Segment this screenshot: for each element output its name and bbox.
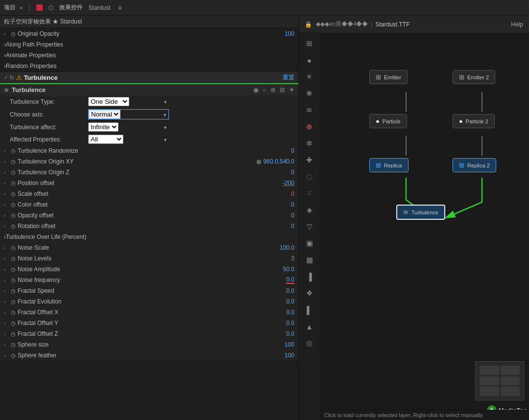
original-opacity-row[interactable]: › ◷ Original Opacity 100 [0, 28, 298, 39]
fractal-offset-z-row[interactable]: › ◷ Fractal Offset Z 0.0 [0, 328, 298, 339]
header-icon-3[interactable]: ⊕ [270, 86, 276, 93]
arrow-icon: › [4, 299, 9, 304]
header-icon-5[interactable]: ✦ [289, 86, 294, 93]
sphere-size-row[interactable]: › ◷ Sphere size 100 [0, 339, 298, 350]
turbulence-node-label: Turbulence [411, 210, 438, 215]
dotted-toolbar-btn[interactable]: ◌ [302, 169, 317, 184]
turbulence-section: ≋ Turbulence ◉ ○ ⊕ ⊞ ✦ Turbulence Type: [0, 84, 298, 361]
affected-properties-row: Affected Properties: All Position Scale … [0, 133, 298, 145]
plus-toolbar-btn[interactable]: ✚ [302, 153, 317, 167]
node-graph-canvas: ⊞ Emitter ⊞ Emitter 2 ● Particle [320, 33, 529, 420]
particle-node[interactable]: ● Particle [369, 114, 407, 128]
noise-scale-row[interactable]: › ◷ Noise Scale 100.0 [0, 242, 298, 253]
affected-properties-select-wrap[interactable]: All Position Scale Rotation [88, 135, 169, 144]
bottom-status-bar: Click to load currently selected layer, … [320, 410, 529, 420]
target-toolbar-btn[interactable]: ⊕ [302, 119, 317, 134]
tri-up-toolbar-btn[interactable]: ▲ [302, 319, 317, 334]
thumb-cell [480, 366, 499, 375]
header-icon-4[interactable]: ⊞ [280, 86, 285, 93]
turbulence-randomize-row[interactable]: › ◷ Turbulence Randomize 0 [0, 145, 298, 156]
bar-toolbar-btn[interactable]: ▌ [302, 303, 317, 317]
choose-axis-select[interactable]: Normal X Y Z [89, 110, 120, 119]
turbulence-affect-select-wrap[interactable]: Infinite Finite [88, 122, 169, 132]
replica-node-label: Replica [384, 163, 402, 168]
over-life-row[interactable]: › Turbulence Over Life (Percent) [0, 232, 298, 242]
arrow-icon: › [4, 181, 9, 186]
stardust-label: Stardust [89, 4, 111, 11]
crosshair-icon: ⊕ [256, 158, 262, 165]
wave-toolbar-btn[interactable]: ≋ [302, 103, 317, 117]
header-icon-1[interactable]: ◉ [253, 86, 259, 93]
along-path-label: Along Path Properties [6, 41, 63, 48]
stopwatch-icon: ◷ [11, 320, 16, 327]
deco-toolbar-btn[interactable]: ❖ [302, 286, 317, 301]
help-button[interactable]: Help [511, 21, 523, 28]
noise-frequency-row[interactable]: › ◷ Noise frequency 0.0 [0, 275, 298, 285]
turbulence-node-icon: ≋ [403, 209, 409, 216]
turbulence-effect-name: Turbulence [24, 74, 283, 81]
along-path-row[interactable]: › Along Path Properties [0, 39, 298, 50]
turbulence-type-select[interactable]: One Side Two Sides None [88, 97, 129, 106]
fractal-speed-row[interactable]: › ◷ Fractal Speed 0.0 [0, 285, 298, 296]
affected-properties-select[interactable]: All Position Scale Rotation [88, 135, 123, 144]
rotation-offset-row[interactable]: › ◷ Rotation offset 0 [0, 221, 298, 232]
thumb-cell [501, 387, 520, 396]
position-offset-row[interactable]: › ◷ Position offset -200 [0, 178, 298, 188]
arrow-icon: › [4, 213, 9, 218]
lock-icon: 🔒 [305, 21, 312, 28]
choose-axis-select-wrap[interactable]: Normal X Y Z [88, 109, 169, 119]
header-icon-2[interactable]: ○ [263, 86, 266, 93]
particle2-node[interactable]: ● Particle 2 [453, 114, 495, 128]
fx-row: ✓ fx ⚠ Turbulence 重置 [0, 71, 298, 84]
diamond-toolbar-btn[interactable]: ◈ [302, 203, 317, 217]
fractal-offset-x-row[interactable]: › ◷ Fractal Offset X 0.0 [0, 307, 298, 318]
replica2-node-label: Replica 2 [467, 163, 490, 168]
turbulence-node[interactable]: ≋ Turbulence [396, 205, 445, 220]
snowflake-toolbar-btn[interactable]: ✳ [302, 70, 317, 84]
arrow-icon: › [4, 310, 9, 315]
emitter2-node[interactable]: ⊞ Emitter 2 [453, 70, 495, 84]
random-props-row[interactable]: › Random Properties [0, 61, 298, 71]
stopwatch-icon: ◷ [11, 245, 16, 251]
replica2-node-icon: ⊞ [459, 162, 464, 169]
replica2-node[interactable]: ⊞ Replica 2 [453, 158, 496, 172]
arrow-icon: › [4, 245, 9, 251]
gridbox-toolbar-btn[interactable]: ▣ [302, 236, 317, 251]
over-life-label: Turbulence Over Life (Percent) [6, 233, 86, 240]
animate-props-label: Animate Properties [6, 52, 56, 59]
stopwatch-icon: ◷ [11, 266, 16, 273]
noise-amplitude-row[interactable]: › ◷ Noise Amplitude 50.0 [0, 264, 298, 275]
dots-toolbar-btn[interactable]: ⁙ [302, 186, 317, 201]
sphere-feather-row[interactable]: › ◷ Sphere feather 100 [0, 350, 298, 361]
emitter-node[interactable]: ⊞ Emitter [369, 70, 408, 84]
grid-toolbar-btn[interactable]: ⊞ [302, 36, 317, 51]
close-button[interactable]: × [20, 5, 23, 11]
scale-offset-row[interactable]: › ◷ Scale offset 0 [0, 188, 298, 199]
replica-node[interactable]: ⊞ Replica [369, 158, 409, 172]
tri-toolbar-btn[interactable]: ▽ [302, 219, 317, 234]
turbulence-origin-z-row[interactable]: › ◷ Turbulence Origin Z 0 [0, 167, 298, 178]
lines-toolbar-btn[interactable]: ▦ [302, 253, 317, 267]
turbulence-affect-select[interactable]: Infinite Finite [88, 122, 119, 132]
circle-toolbar-btn[interactable]: ● [302, 53, 317, 68]
noise-levels-row[interactable]: › ◷ Noise Levels 3 [0, 253, 298, 264]
stopwatch-icon: ◷ [11, 180, 16, 187]
turbulence-type-select-wrap[interactable]: One Side Two Sides None [88, 97, 169, 106]
reset-button[interactable]: 重置 [283, 73, 294, 82]
check-toolbar-btn[interactable]: ▐ [302, 269, 317, 284]
opacity-offset-row[interactable]: › ◷ Opacity offset 0 [0, 210, 298, 221]
fractal-offset-y-row[interactable]: › ◷ Fractal Offset Y 0.0 [0, 318, 298, 328]
turbulence-header-icons: ◉ ○ ⊕ ⊞ ✦ [253, 86, 294, 93]
color-offset-row[interactable]: › ◷ Color offset 0 [0, 199, 298, 210]
asterisk-toolbar-btn[interactable]: ✼ [302, 136, 317, 151]
thumb-cell [480, 387, 499, 396]
bullseye-toolbar-btn[interactable]: ◎ [302, 336, 317, 350]
particle2-node-icon: ● [459, 117, 463, 125]
turbulence-origin-xy-row[interactable]: › ◷ Turbulence Origin XY ⊕ 960.0,540.0 [0, 156, 298, 167]
scatter-toolbar-btn[interactable]: ❋ [302, 86, 317, 101]
arrow-icon: › [4, 267, 9, 272]
animate-props-row[interactable]: › Animate Properties [0, 50, 298, 61]
menu-icon[interactable]: ≡ [118, 4, 121, 11]
fractal-evolution-row[interactable]: › ◷ Fractal Evolution 0.0 [0, 296, 298, 307]
stopwatch-icon: ◷ [11, 159, 16, 165]
